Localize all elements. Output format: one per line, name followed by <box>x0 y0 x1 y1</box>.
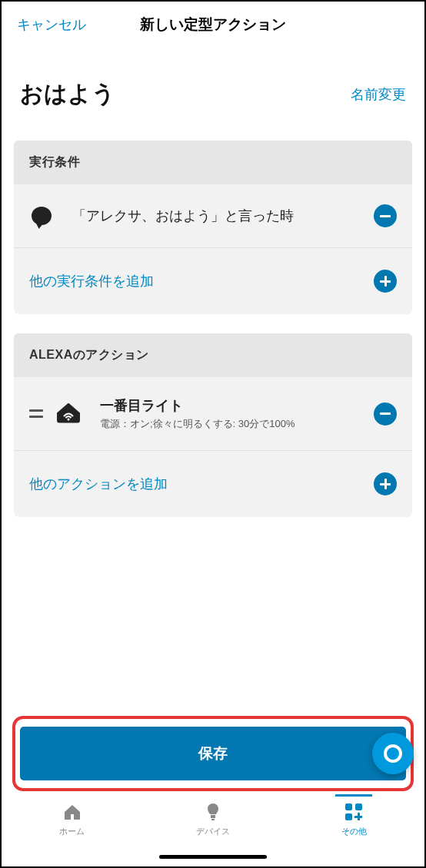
save-highlight-box: 保存 <box>12 716 414 791</box>
add-condition-label: 他の実行条件を追加 <box>29 272 154 290</box>
tab-other-label: その他 <box>341 826 367 837</box>
svg-rect-4 <box>355 803 362 810</box>
remove-action-button[interactable] <box>374 403 397 426</box>
home-icon <box>62 802 82 822</box>
cancel-button[interactable]: キャンセル <box>17 15 86 34</box>
remove-condition-button[interactable] <box>374 204 397 227</box>
routine-name-row: おはよう 名前変更 <box>2 48 424 141</box>
header-bar: キャンセル 新しい定型アクション <box>2 2 424 48</box>
action-title: 一番目ライト <box>100 396 374 415</box>
svg-rect-5 <box>345 813 352 820</box>
add-action-icon <box>374 472 397 495</box>
condition-row[interactable]: 「アレクサ、おはよう」と言った時 <box>14 184 412 248</box>
home-indicator[interactable] <box>159 855 267 859</box>
tab-devices[interactable]: デバイス <box>167 802 259 837</box>
svg-rect-1 <box>211 815 215 818</box>
conditions-header: 実行条件 <box>14 141 412 184</box>
alexa-ring-icon <box>384 744 402 763</box>
speech-bubble-icon <box>29 204 54 228</box>
add-action-label: 他のアクションを追加 <box>29 475 168 493</box>
page-title: 新しい定型アクション <box>140 15 286 35</box>
save-button[interactable]: 保存 <box>20 727 406 780</box>
tab-devices-label: デバイス <box>196 826 230 837</box>
save-section: 保存 <box>12 716 414 791</box>
tab-other[interactable]: その他 <box>308 802 400 837</box>
rename-button[interactable]: 名前変更 <box>351 85 406 104</box>
condition-text: 「アレクサ、おはよう」と言った時 <box>72 207 374 225</box>
bulb-icon <box>203 802 223 822</box>
grid-plus-icon <box>344 802 364 822</box>
add-action-row[interactable]: 他のアクションを追加 <box>14 451 412 517</box>
tab-home-label: ホーム <box>59 826 85 837</box>
alexa-floating-button[interactable] <box>372 733 414 774</box>
svg-rect-2 <box>211 819 215 820</box>
action-row[interactable]: 一番目ライト 電源：オン;徐々に明るくする: 30分で100% <box>14 377 412 451</box>
conditions-card: 実行条件 「アレクサ、おはよう」と言った時 他の実行条件を追加 <box>14 141 412 314</box>
drag-handle-icon[interactable] <box>29 409 43 418</box>
routine-name: おはよう <box>20 78 115 110</box>
tab-home[interactable]: ホーム <box>26 802 118 837</box>
action-text-container: 一番目ライト 電源：オン;徐々に明るくする: 30分で100% <box>100 396 374 431</box>
actions-card: ALEXAのアクション 一番目ライト 電源：オン;徐々に明るくする: 30分で1… <box>14 333 412 517</box>
add-condition-icon <box>374 270 397 293</box>
smart-home-icon <box>57 402 82 426</box>
svg-point-0 <box>68 418 70 420</box>
actions-header: ALEXAのアクション <box>14 333 412 377</box>
action-subtitle: 電源：オン;徐々に明るくする: 30分で100% <box>100 417 374 431</box>
svg-rect-3 <box>345 803 352 810</box>
add-condition-row[interactable]: 他の実行条件を追加 <box>14 248 412 314</box>
